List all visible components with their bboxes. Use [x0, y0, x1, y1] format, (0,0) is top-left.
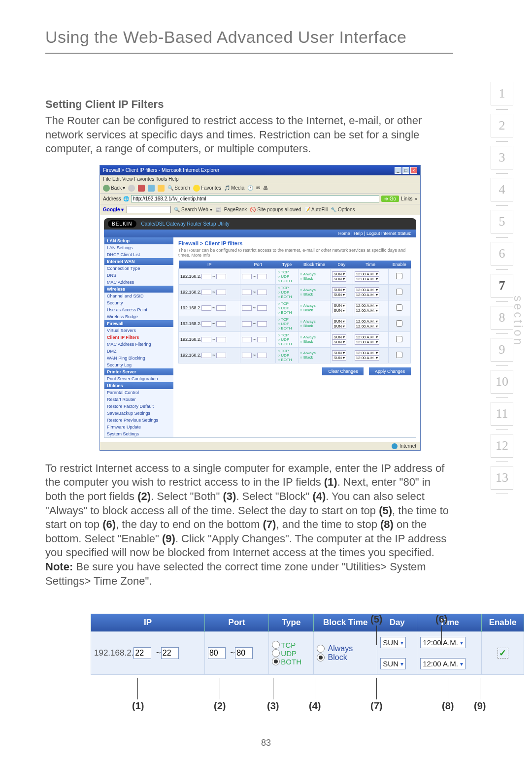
type-tcp-radio[interactable]: TCP — [272, 641, 310, 649]
block-always-radio[interactable]: Always — [317, 644, 374, 653]
type-radio[interactable]: ○ TCP — [277, 270, 297, 274]
google-pagerank[interactable]: PageRank — [224, 207, 247, 212]
media-button[interactable]: 🎵 Media — [224, 185, 244, 191]
leftnav-item[interactable]: WAN Ping Blocking — [104, 355, 173, 362]
port-input[interactable] — [257, 305, 267, 311]
type-radio[interactable]: ○ BOTH — [277, 310, 297, 315]
type-radio[interactable]: ○ BOTH — [277, 342, 297, 346]
type-udp-radio[interactable]: UDP — [272, 649, 310, 658]
leftnav-item[interactable]: Wireless Bridge — [104, 313, 173, 320]
block-radio[interactable]: ○ Block — [300, 355, 329, 360]
go-button[interactable]: ➔ Go — [381, 196, 399, 202]
leftnav-item[interactable]: MAC Address — [104, 279, 173, 286]
ip-input[interactable] — [201, 353, 211, 358]
section-nav-5[interactable]: 5 — [491, 210, 513, 233]
section-nav-4[interactable]: 4 — [491, 178, 513, 201]
back-button[interactable]: Back ▾ — [103, 185, 125, 192]
enable-checkbox[interactable] — [396, 304, 402, 311]
ip-input[interactable] — [216, 353, 226, 358]
type-radio[interactable]: ○ UDP — [277, 322, 297, 326]
type-radio[interactable]: ○ UDP — [277, 306, 297, 310]
belkin-toplinks[interactable]: Home | Help | Logout Internet Status: — [338, 231, 411, 236]
block-radio[interactable]: ○ Always — [300, 303, 329, 308]
clear-changes-button[interactable]: Clear Changes — [322, 367, 364, 375]
block-block-radio[interactable]: Block — [317, 653, 374, 662]
section-nav-9[interactable]: 9 — [491, 338, 513, 362]
ip-input[interactable] — [216, 321, 226, 327]
port-input[interactable] — [242, 305, 252, 311]
stop-icon[interactable] — [138, 185, 145, 192]
google-options[interactable]: 🔧 Options — [331, 207, 355, 212]
ip-input[interactable] — [216, 290, 226, 295]
block-radio[interactable]: ○ Block — [300, 339, 329, 344]
leftnav-item[interactable]: LAN Settings — [104, 244, 173, 251]
leftnav-item[interactable]: DHCP Client List — [104, 251, 173, 258]
leftnav-item[interactable]: Save/Backup Settings — [104, 410, 173, 417]
port-input[interactable] — [242, 290, 252, 295]
ip-input[interactable] — [201, 321, 211, 327]
port-input[interactable] — [257, 337, 267, 342]
ip-input[interactable] — [201, 337, 211, 342]
leftnav-item[interactable]: Firmware Update — [104, 424, 173, 430]
leftnav-item[interactable]: Restore Previous Settings — [104, 417, 173, 424]
block-radio[interactable]: ○ Always — [300, 335, 329, 339]
type-radio[interactable]: ○ BOTH — [277, 358, 297, 362]
section-nav-12[interactable]: 12 — [491, 434, 513, 458]
port-input[interactable] — [257, 321, 267, 327]
leftnav-item[interactable]: Connection Type — [104, 265, 173, 272]
mail-icon[interactable]: ✉ — [256, 185, 260, 191]
port-input[interactable] — [257, 290, 267, 295]
enable-checkbox[interactable]: ✓ — [498, 648, 508, 659]
leftnav-item[interactable]: Client IP Filters — [104, 334, 173, 341]
time-select[interactable]: 12:00 A.M. ▾ — [355, 308, 379, 313]
close-icon[interactable]: × — [410, 167, 417, 174]
ip-end-input[interactable] — [161, 647, 179, 659]
block-radio[interactable]: ○ Always — [300, 288, 329, 292]
google-autofill[interactable]: 📝 AutoFill — [304, 207, 328, 212]
ip-input[interactable] — [201, 290, 211, 295]
favorites-button[interactable]: Favorites — [193, 185, 221, 192]
day-select[interactable]: SUN ▾ — [332, 276, 346, 282]
google-popups[interactable]: 🚫 Site popups allowed — [250, 207, 301, 212]
block-radio[interactable]: ○ Always — [300, 319, 329, 324]
block-radio[interactable]: ○ Always — [300, 272, 329, 276]
ip-start-input[interactable] — [133, 647, 151, 659]
time-select[interactable]: 12:00 A.M. ▾ — [355, 276, 379, 282]
leftnav-item[interactable]: DMZ — [104, 348, 173, 355]
block-radio[interactable]: ○ Block — [300, 292, 329, 297]
menu-bar[interactable]: File Edit View Favorites Tools Help — [100, 175, 420, 183]
leftnav-item[interactable]: Security — [104, 299, 173, 306]
section-nav-6[interactable]: 6 — [491, 242, 513, 265]
section-nav-1[interactable]: 1 — [491, 82, 513, 105]
enable-checkbox[interactable] — [396, 320, 402, 327]
section-nav-3[interactable]: 3 — [491, 146, 513, 169]
print-icon[interactable]: 🖶 — [263, 185, 268, 191]
time-select[interactable]: 12:00 A.M. ▾ — [355, 324, 379, 329]
enable-checkbox[interactable] — [396, 336, 402, 342]
minimize-icon[interactable]: _ — [395, 167, 401, 174]
block-radio[interactable]: ○ Block — [300, 308, 329, 312]
block-radio[interactable]: ○ Block — [300, 276, 329, 281]
type-radio[interactable]: ○ UDP — [277, 274, 297, 279]
leftnav-item[interactable]: Parental Control — [104, 389, 173, 396]
port-input[interactable] — [242, 337, 252, 342]
apply-changes-button[interactable]: Apply Changes — [369, 367, 411, 375]
day-select[interactable]: SUN ▾ — [332, 355, 346, 361]
port-input[interactable] — [242, 274, 252, 279]
port-input[interactable] — [257, 274, 267, 279]
ip-input[interactable] — [216, 274, 226, 279]
section-nav-7[interactable]: 7 — [491, 274, 513, 297]
leftnav-item[interactable]: Restore Factory Default — [104, 403, 173, 410]
ip-input[interactable] — [216, 337, 226, 342]
block-radio[interactable]: ○ Always — [300, 351, 329, 355]
type-radio[interactable]: ○ UDP — [277, 337, 297, 342]
leftnav-item[interactable]: Security Log — [104, 362, 173, 368]
leftnav-item[interactable]: DNS — [104, 272, 173, 279]
maximize-icon[interactable]: □ — [402, 167, 409, 174]
leftnav-item[interactable]: Print Server Configuration — [104, 375, 173, 382]
time-select[interactable]: 12:00 A.M. ▾ — [355, 292, 379, 297]
enable-checkbox[interactable] — [396, 273, 402, 279]
forward-icon[interactable] — [128, 185, 135, 192]
port-input[interactable] — [242, 321, 252, 327]
section-nav-8[interactable]: 8 — [491, 306, 513, 330]
